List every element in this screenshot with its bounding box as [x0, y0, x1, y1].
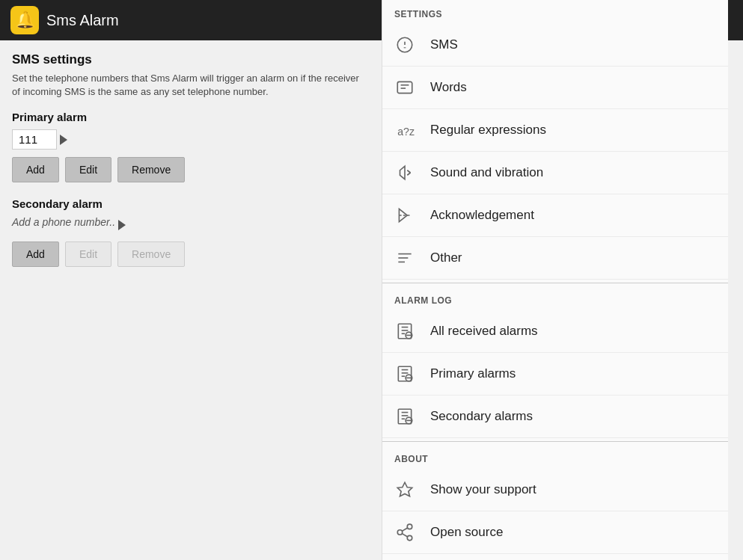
left-panel: 🔔 Sms Alarm SMS settings Set the telepho…	[0, 0, 382, 560]
primary-number-row: 111	[12, 129, 370, 150]
svg-line-38	[402, 528, 407, 531]
svg-point-36	[407, 535, 412, 541]
drawer-item-other[interactable]: Other	[382, 237, 728, 280]
svg-marker-33	[397, 482, 412, 496]
secondary-arrow-icon	[118, 220, 126, 230]
secondary-alarm-label: Secondary alarm	[12, 197, 370, 210]
app-title: Sms Alarm	[46, 12, 119, 29]
drawer-primary-alarms-label: Primary alarms	[430, 366, 516, 381]
app-icon-emoji: 🔔	[15, 10, 35, 30]
secondary-add-button[interactable]: Add	[12, 241, 59, 267]
drawer-sms-label: SMS	[430, 37, 458, 52]
drawer-sound-label: Sound and vibration	[430, 165, 543, 180]
drawer-support-label: Show your support	[430, 482, 536, 497]
primary-add-button[interactable]: Add	[12, 157, 59, 182]
drawer-ack-label: Acknowledgement	[430, 208, 534, 223]
words-icon	[394, 77, 415, 98]
drawer-regex-label: Regular expressions	[430, 123, 546, 138]
drawer-item-opensource[interactable]: Open source	[382, 511, 728, 554]
svg-marker-7	[400, 166, 406, 179]
right-header	[728, 0, 743, 40]
svg-point-35	[397, 530, 403, 535]
primary-edit-button[interactable]: Edit	[65, 157, 111, 182]
primary-alarms-icon	[394, 363, 415, 384]
svg-point-34	[407, 524, 412, 529]
divider-2	[382, 441, 728, 442]
drawer-item-ack[interactable]: Acknowledgement	[382, 194, 728, 237]
primary-arrow-icon	[60, 135, 67, 145]
ack-icon	[394, 205, 415, 226]
share-icon	[394, 522, 415, 543]
svg-rect-27	[398, 409, 411, 424]
drawer-item-all-alarms[interactable]: All received alarms	[382, 310, 728, 353]
secondary-button-row: Add Edit Remove	[12, 241, 370, 267]
about-section-header: ABOUT	[382, 445, 728, 469]
drawer-item-primary-alarms[interactable]: Primary alarms	[382, 353, 728, 396]
right-panel	[728, 0, 743, 560]
svg-rect-15	[398, 324, 411, 339]
drawer-other-label: Other	[430, 250, 462, 265]
svg-text:a?z: a?z	[397, 126, 415, 138]
sms-settings-desc: Set the telephone numbers that Sms Alarm…	[12, 72, 370, 99]
drawer-words-label: Words	[430, 80, 467, 95]
drawer-item-secondary-alarms[interactable]: Secondary alarms	[382, 396, 728, 438]
secondary-number-row: Add a phone number..	[12, 216, 370, 234]
secondary-edit-button: Edit	[65, 241, 111, 267]
alarm-log-section-header: ALARM LOG	[382, 286, 728, 310]
divider-1	[382, 283, 728, 283]
settings-section-header: SETTINGS	[382, 0, 728, 24]
drawer-item-regex[interactable]: a?z Regular expressions	[382, 109, 728, 152]
sms-settings-title: SMS settings	[12, 52, 370, 67]
all-alarms-icon	[394, 321, 415, 342]
svg-line-9	[407, 173, 410, 175]
secondary-remove-button: Remove	[117, 241, 185, 267]
secondary-placeholder: Add a phone number..	[12, 216, 115, 228]
drawer-item-words[interactable]: Words	[382, 67, 728, 109]
sms-icon	[394, 34, 415, 55]
svg-rect-3	[397, 81, 412, 93]
primary-button-row: Add Edit Remove	[12, 157, 370, 182]
svg-rect-21	[398, 366, 411, 381]
drawer-panel: SETTINGS SMS Words a?z Regular expressio…	[382, 0, 728, 560]
sound-icon	[394, 162, 415, 183]
drawer-item-support[interactable]: Show your support	[382, 469, 728, 511]
drawer-secondary-alarms-label: Secondary alarms	[430, 409, 533, 424]
svg-line-37	[402, 534, 407, 537]
drawer-item-sms[interactable]: SMS	[382, 24, 728, 67]
primary-alarm-label: Primary alarm	[12, 111, 370, 123]
primary-remove-button[interactable]: Remove	[117, 157, 185, 182]
other-icon	[394, 247, 415, 268]
primary-phone-number: 111	[12, 129, 57, 150]
drawer-opensource-label: Open source	[430, 525, 503, 540]
star-icon	[394, 479, 415, 500]
secondary-alarms-icon	[394, 406, 415, 427]
content-area: SMS settings Set the telephone numbers t…	[0, 40, 382, 560]
app-header: 🔔 Sms Alarm	[0, 0, 382, 40]
drawer-item-sound[interactable]: Sound and vibration	[382, 152, 728, 194]
regex-icon: a?z	[394, 120, 415, 141]
app-icon: 🔔	[10, 6, 39, 34]
drawer-all-alarms-label: All received alarms	[430, 324, 538, 339]
